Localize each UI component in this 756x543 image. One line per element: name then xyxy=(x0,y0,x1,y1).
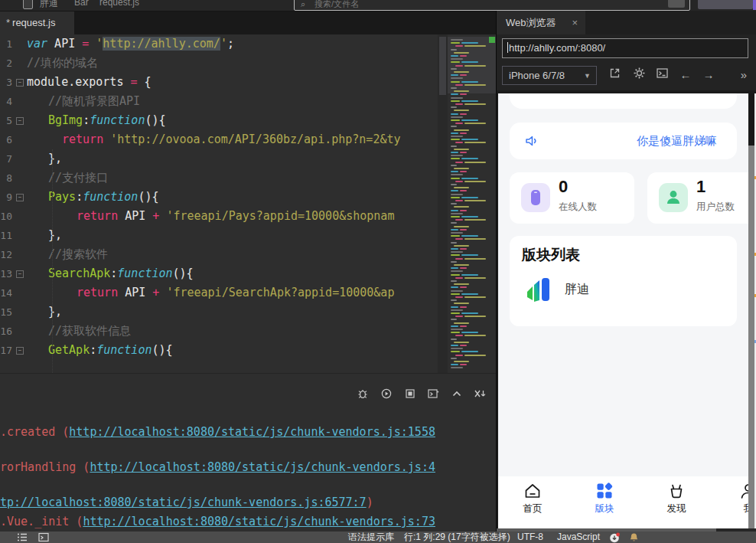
code-line[interactable]: 6return 'http://ovooa.com/API/360bz/api.… xyxy=(0,130,438,149)
search-pill-partial[interactable] xyxy=(510,93,737,109)
code-line[interactable]: 10return API + 'freeapi/Pays?appid=10000… xyxy=(0,207,438,226)
console-panel: .created (http://localhost:8080/static/j… xyxy=(0,373,496,532)
syntax-hint-status[interactable]: 语法提示库 xyxy=(348,532,394,543)
code-text: return API + 'freeapi/Pays?appid=10000&s… xyxy=(77,207,394,226)
stat-label: 在线人数 xyxy=(559,201,597,214)
notice-banner[interactable]: 你是傻逼胖娣嘛 xyxy=(510,123,737,159)
nav-item-profile[interactable]: 我 xyxy=(724,481,748,515)
stack-trace-link[interactable]: http://localhost:8080/static/js/chunk-ve… xyxy=(83,515,435,528)
chevron-down-icon: ▼ xyxy=(584,67,591,85)
open-in-browser-icon[interactable] xyxy=(608,67,625,83)
breadcrumb-file[interactable]: request.js xyxy=(99,0,139,8)
terminal-icon[interactable] xyxy=(656,67,673,83)
code-text: }, xyxy=(48,149,62,168)
clear-console-icon[interactable] xyxy=(473,388,487,401)
encoding-status[interactable]: UTF-8 xyxy=(517,532,543,543)
stat-card[interactable]: 1用户总数 xyxy=(647,172,748,224)
tab-request-js[interactable]: *request.js xyxy=(0,11,74,34)
line-number: 4 xyxy=(0,92,12,111)
document-icon xyxy=(23,0,33,9)
back-icon[interactable]: ← xyxy=(677,67,694,83)
line-number: 8 xyxy=(0,168,12,188)
home-icon xyxy=(508,481,557,501)
code-line[interactable]: 4//随机背景图API xyxy=(0,92,438,111)
code-line[interactable]: 7}, xyxy=(0,149,438,168)
nav-item-home[interactable]: 首页 xyxy=(508,481,557,515)
code-line[interactable]: 3−module.exports = { xyxy=(0,73,438,92)
terminal-panel-icon[interactable] xyxy=(427,388,441,401)
stat-card[interactable]: 0在线人数 xyxy=(510,172,634,224)
board-name[interactable]: 胖迪 xyxy=(565,282,589,298)
stack-trace-link[interactable]: http://localhost:8080/static/js/chunk-ve… xyxy=(69,425,435,439)
toolbar-accent xyxy=(753,0,756,10)
board-list-title: 版块列表 xyxy=(522,245,580,265)
stat-value: 1 xyxy=(696,177,705,197)
code-editor[interactable]: 1var API = 'http://ahlly.com/';2//填你的域名3… xyxy=(0,34,438,373)
nav-label: 首页 xyxy=(508,502,557,515)
breadcrumb-project[interactable]: 胖迪 xyxy=(40,0,58,10)
url-input[interactable]: http://ahlly.com/:8080/ xyxy=(502,38,748,58)
caret-position-status[interactable]: 行:1 列:29 (17字符被选择) xyxy=(404,532,510,543)
close-icon[interactable]: × xyxy=(572,11,578,34)
fold-marker-icon[interactable]: − xyxy=(16,194,24,201)
restart-icon[interactable] xyxy=(380,388,394,401)
code-line[interactable]: 13−SearchApk:function(){ xyxy=(0,264,438,283)
nav-item-discover[interactable]: 发现 xyxy=(652,481,701,515)
more-icon[interactable]: » xyxy=(735,67,752,83)
global-search-input[interactable]: ⌕ 搜索/文件名 xyxy=(294,0,690,11)
preview-vertical-scrollbar[interactable] xyxy=(748,146,754,528)
notice-text: 你是傻逼胖娣嘛 xyxy=(637,134,717,149)
code-line[interactable]: 2//填你的域名 xyxy=(0,54,438,73)
code-text: //搜索软件 xyxy=(48,245,108,264)
url-text: http://ahlly.com/:8080/ xyxy=(509,42,605,54)
code-line[interactable]: 8//支付接口 xyxy=(0,168,438,188)
search-icon: ⌕ xyxy=(301,0,305,9)
forward-icon[interactable]: → xyxy=(700,67,717,83)
code-line[interactable]: 12//搜索软件 xyxy=(0,245,438,264)
code-line[interactable]: 1var API = 'http://ahlly.com/'; xyxy=(0,34,438,54)
outline-list-icon[interactable] xyxy=(17,532,28,542)
fold-marker-icon[interactable]: − xyxy=(16,79,24,87)
code-line[interactable]: 14return API + 'freeapi/SearchApk?appid=… xyxy=(0,283,438,303)
editor-scrollbar-thumb[interactable] xyxy=(439,37,446,95)
board-logo[interactable] xyxy=(522,273,556,306)
minimap[interactable] xyxy=(448,34,496,373)
top-toolbar: 胖迪 Bar request.js ⌕ 搜索/文件名 xyxy=(0,0,756,11)
update-download-icon[interactable] xyxy=(609,532,621,543)
user-icon xyxy=(659,183,688,212)
code-line[interactable]: 15}, xyxy=(0,303,438,322)
stack-trace-link[interactable]: http://localhost:8080/static/js/chunk-ve… xyxy=(90,460,435,474)
bell-icon[interactable] xyxy=(629,532,639,543)
code-line[interactable]: 17−GetApk:function(){ xyxy=(0,341,438,360)
fold-marker-icon[interactable]: − xyxy=(16,347,24,355)
h-scrollbar-thumb[interactable] xyxy=(497,528,716,532)
fold-marker-icon[interactable]: − xyxy=(16,270,24,278)
debug-bug-icon[interactable] xyxy=(357,388,370,401)
search-options-button[interactable] xyxy=(668,0,685,8)
code-line[interactable]: 11}, xyxy=(0,226,438,245)
breadcrumb-folder[interactable]: Bar xyxy=(74,0,89,8)
toolbar-action-button[interactable] xyxy=(698,0,753,9)
code-line[interactable]: 5−BgImg:function(){ xyxy=(0,111,438,130)
indent-guide xyxy=(52,149,53,373)
text-caret xyxy=(507,42,508,53)
console-toolbar xyxy=(0,388,496,404)
search-placeholder: 搜索/文件名 xyxy=(314,0,359,10)
preview-horizontal-scrollbar[interactable] xyxy=(497,528,756,532)
gear-icon[interactable] xyxy=(633,67,650,83)
lint-ok-indicator xyxy=(489,37,495,43)
device-select[interactable]: iPhone 6/7/8 ▼ xyxy=(502,66,597,85)
console-toggle-icon[interactable] xyxy=(38,532,49,542)
tab-web-browser[interactable]: Web浏览器 × xyxy=(497,11,585,34)
nav-item-blocks[interactable]: 版块 xyxy=(580,481,629,515)
code-line[interactable]: 9−Pays:function(){ xyxy=(0,188,438,207)
stop-icon[interactable] xyxy=(404,388,418,401)
code-text: //支付接口 xyxy=(48,168,108,188)
language-status[interactable]: JavaScript xyxy=(557,532,600,543)
code-line[interactable]: 16//获取软件信息 xyxy=(0,322,438,341)
fold-marker-icon[interactable]: − xyxy=(16,117,24,125)
stack-trace-link[interactable]: tp://localhost:8080/static/js/chunk-vend… xyxy=(0,496,367,509)
code-text: module.exports = { xyxy=(27,73,152,92)
collapse-panel-icon[interactable] xyxy=(451,388,464,401)
code-text: BgImg:function(){ xyxy=(48,111,166,130)
